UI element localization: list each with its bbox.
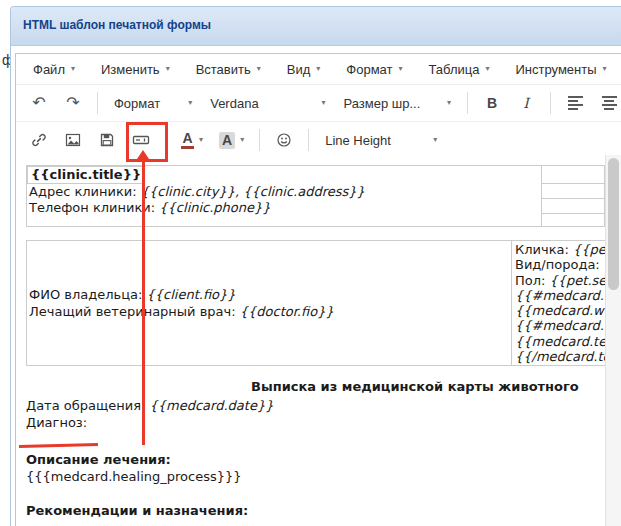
pet-line: {{medcard.we xyxy=(515,303,609,318)
table-cell[interactable] xyxy=(542,199,605,214)
chevron-down-icon: ▾ xyxy=(603,65,607,73)
clinic-phone-placeholder: {{clinic.phone}} xyxy=(159,200,270,215)
bold-icon: B xyxy=(487,95,497,111)
dropdown-label: Формат xyxy=(114,96,160,111)
font-size-dropdown[interactable]: Размер шр... ▾ xyxy=(335,89,461,117)
undo-button[interactable]: ↶ xyxy=(24,89,54,117)
text-color-button[interactable]: A ▾ xyxy=(175,126,209,154)
html-editor: Файл ▾ Изменить ▾ Вставить ▾ Вид ▾ Форма… xyxy=(15,53,621,526)
owner-fio-line: ФИО владельца: {{client.fio}} xyxy=(29,286,509,303)
chevron-down-icon: ▾ xyxy=(257,65,261,73)
pet-line: Кличка: {{pet xyxy=(515,242,609,257)
screen: ф HTML шаблон печатной формы Файл ▾ Изме… xyxy=(0,0,621,526)
align-center-icon xyxy=(602,96,617,110)
chevron-down-icon: ▾ xyxy=(322,99,326,107)
chevron-down-icon: ▾ xyxy=(316,65,320,73)
menu-item-file[interactable]: Файл ▾ xyxy=(20,54,88,84)
menu-item-view[interactable]: Вид ▾ xyxy=(274,54,334,84)
table-cell[interactable] xyxy=(542,214,605,227)
chevron-down-icon: ▾ xyxy=(71,65,75,73)
redo-icon: ↷ xyxy=(66,95,79,111)
toolbar-separator xyxy=(259,129,260,151)
content-scrollbar[interactable] xyxy=(605,155,621,526)
pet-line: {{/medcard.te xyxy=(515,349,609,364)
pet-line: {{medcard.tem xyxy=(515,334,609,349)
menu-item-edit[interactable]: Изменить ▾ xyxy=(88,54,183,84)
table-cell[interactable] xyxy=(542,184,605,199)
client-fio-placeholder: {{client.fio}} xyxy=(147,287,236,302)
menu-item-table[interactable]: Таблица ▾ xyxy=(416,54,503,84)
pet-line: Вид/порода: { xyxy=(515,257,609,272)
menu-item-label: Вид xyxy=(287,62,311,77)
emoticons-button[interactable] xyxy=(269,126,299,154)
toolbar-separator xyxy=(97,92,98,114)
owner-pet-table: ФИО владельца: {{client.fio}} Лечащий ве… xyxy=(26,240,610,366)
pet-cell[interactable]: Кличка: {{pet Вид/порода: { Пол: {{pet.s… xyxy=(512,241,610,366)
image-icon xyxy=(65,132,81,148)
font-family-dropdown[interactable]: Verdana ▾ xyxy=(201,89,334,117)
diagnosis-line: Диагноз: xyxy=(26,414,618,431)
table-cell[interactable] xyxy=(542,166,605,184)
chevron-down-icon: ▾ xyxy=(166,65,170,73)
doctor-fio-line: Лечащий ветеринарный врач: {{doctor.fio}… xyxy=(29,303,509,320)
menu-item-format[interactable]: Формат ▾ xyxy=(333,54,415,84)
background-color-button[interactable]: A ▾ xyxy=(213,126,250,154)
insert-link-button[interactable] xyxy=(24,126,54,154)
toolbar-separator xyxy=(308,129,309,151)
dropdown-label: Размер шр... xyxy=(344,96,421,111)
background-color-icon: A xyxy=(219,132,235,149)
insert-image-button[interactable] xyxy=(58,126,88,154)
scrollbar-thumb[interactable] xyxy=(608,158,619,290)
menu-item-tools[interactable]: Инструменты ▾ xyxy=(503,54,620,84)
editor-content[interactable]: {{clinic.title}} Адрес клиники: {{clinic… xyxy=(16,157,618,526)
menu-item-label: Вставить xyxy=(196,62,251,77)
medcard-extract-heading: Выписка из медицинской карты животного xyxy=(251,379,618,394)
treatment-placeholder-line: {{{medcard.healing_process}}} xyxy=(26,468,618,485)
medcard-date-placeholder: {{medcard.date}} xyxy=(150,398,274,413)
chevron-down-icon: ▾ xyxy=(447,99,451,107)
window-title: HTML шаблон печатной формы xyxy=(11,7,621,32)
bold-button[interactable]: B xyxy=(477,89,507,117)
link-icon xyxy=(31,132,47,148)
clinic-info-table: {{clinic.title}} Адрес клиники: {{clinic… xyxy=(26,165,605,227)
menu-item-label: Файл xyxy=(33,62,65,77)
text-color-icon: A xyxy=(181,131,194,149)
chevron-down-icon: ▾ xyxy=(188,99,192,107)
pet-line: Пол: {{pet.sex xyxy=(515,273,609,288)
dropdown-label: Verdana xyxy=(210,96,258,111)
toolbar-row-2: A ▾ A ▾ xyxy=(16,122,621,158)
dropdown-label: Line Height xyxy=(325,133,391,148)
emoticon-icon xyxy=(276,132,292,148)
chevron-down-icon: ▾ xyxy=(399,65,403,73)
align-left-button[interactable] xyxy=(560,89,590,117)
menu-item-label: Инструменты xyxy=(516,62,597,77)
save-icon xyxy=(99,132,115,148)
chevron-down-icon: ▾ xyxy=(199,136,203,144)
editor-menubar: Файл ▾ Изменить ▾ Вставить ▾ Вид ▾ Форма… xyxy=(16,54,621,85)
paragraph-format-dropdown[interactable]: Формат ▾ xyxy=(105,89,201,117)
visit-date-line: Дата обращения: {{medcard.date}} xyxy=(26,397,618,414)
italic-button[interactable]: I xyxy=(511,89,541,117)
menu-item-label: Таблица xyxy=(429,62,480,77)
window-header[interactable]: HTML шаблон печатной формы xyxy=(11,7,621,46)
doctor-fio-placeholder: {{doctor.fio}} xyxy=(240,304,334,319)
align-center-button[interactable] xyxy=(594,89,621,117)
chevron-down-icon: ▾ xyxy=(240,136,244,144)
redo-button[interactable]: ↷ xyxy=(58,89,88,117)
chevron-down-icon: ▾ xyxy=(433,136,437,144)
menu-item-insert[interactable]: Вставить ▾ xyxy=(183,54,274,84)
toolbar-row-1: ↶ ↷ Формат ▾ Verdana ▾ Размер шр... ▾ xyxy=(16,85,621,122)
owner-cell[interactable]: ФИО владельца: {{client.fio}} Лечащий ве… xyxy=(27,241,512,366)
pet-line: {{#medcard.w xyxy=(515,288,609,303)
toolbar-separator xyxy=(550,92,551,114)
line-height-dropdown[interactable]: Line Height ▾ xyxy=(316,126,446,154)
undo-icon: ↶ xyxy=(32,95,45,111)
pet-line: {{#medcard.te xyxy=(515,318,609,333)
align-left-icon xyxy=(568,96,583,110)
italic-icon: I xyxy=(523,95,529,111)
save-button[interactable] xyxy=(92,126,122,154)
clinic-phone-line: Телефон клиники: {{clinic.phone}} xyxy=(27,200,541,216)
clinic-title-placeholder: {{clinic.title}} xyxy=(27,166,145,184)
clinic-info-cell[interactable]: {{clinic.title}} Адрес клиники: {{clinic… xyxy=(27,166,542,227)
menu-item-label: Формат xyxy=(346,62,392,77)
